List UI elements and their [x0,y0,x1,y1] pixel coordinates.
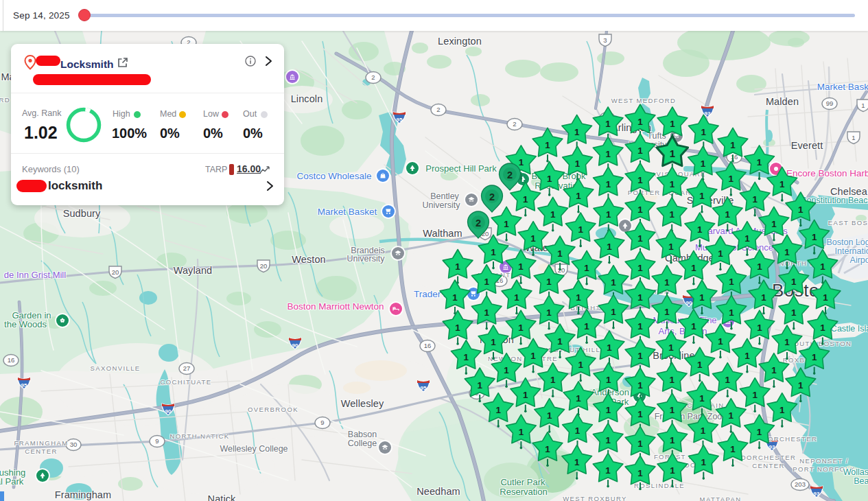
svg-text:1: 1 [820,261,825,272]
svg-text:1: 1 [514,292,519,303]
svg-text:1: 1 [637,175,643,185]
svg-text:1: 1 [664,277,670,288]
svg-text:1: 1 [725,209,731,220]
svg-text:1: 1 [701,127,707,137]
svg-text:1: 1 [606,405,611,415]
svg-text:1: 1 [576,393,581,404]
svg-text:1: 1 [670,148,675,159]
svg-text:1: 1 [744,233,750,244]
svg-text:1: 1 [576,191,581,201]
svg-text:1: 1 [729,277,734,287]
svg-text:1: 1 [670,465,675,476]
svg-text:1: 1 [557,336,563,347]
svg-text:1: 1 [691,263,696,273]
svg-text:1: 1 [484,277,489,287]
svg-text:1: 1 [637,409,643,419]
svg-text:1: 1 [725,375,731,385]
svg-text:1: 1 [584,263,589,273]
svg-text:1: 1 [691,321,696,331]
svg-text:2: 2 [507,170,513,180]
svg-text:1: 1 [798,205,804,215]
svg-text:1: 1 [605,465,611,476]
svg-text:1: 1 [701,426,706,436]
svg-text:1: 1 [504,365,509,375]
svg-text:1: 1 [761,292,766,303]
svg-text:1: 1 [670,405,675,415]
svg-text:1: 1 [637,439,643,449]
svg-text:1: 1 [455,261,460,272]
svg-text:1: 1 [637,263,643,273]
svg-text:1: 1 [779,179,785,189]
svg-text:1: 1 [791,307,797,318]
svg-text:1: 1 [771,365,777,375]
svg-text:1: 1 [730,140,736,150]
svg-text:2: 2 [489,191,495,202]
svg-text:1: 1 [545,444,550,454]
svg-text:1: 1 [523,194,528,205]
svg-text:1: 1 [637,117,643,127]
svg-text:1: 1 [575,159,580,169]
svg-text:1: 1 [729,174,734,184]
svg-text:1: 1 [670,435,675,445]
svg-text:1: 1 [606,209,611,220]
svg-text:1: 1 [484,307,489,318]
svg-text:1: 1 [491,247,496,257]
svg-text:1: 1 [574,457,580,467]
svg-text:1: 1 [519,157,524,167]
svg-text:1: 1 [464,352,469,362]
svg-text:1: 1 [664,307,670,317]
svg-text:1: 1 [752,194,758,205]
svg-text:1: 1 [557,248,563,259]
svg-text:1: 1 [550,375,556,385]
svg-text:1: 1 [699,191,705,201]
svg-text:1: 1 [668,342,674,353]
svg-text:1: 1 [637,205,643,215]
svg-text:1: 1 [791,277,797,287]
svg-text:1: 1 [718,336,723,347]
svg-text:1: 1 [784,337,790,347]
svg-text:1: 1 [771,219,777,229]
svg-text:1: 1 [697,224,703,235]
svg-text:1: 1 [637,145,643,156]
svg-text:1: 1 [752,390,758,400]
svg-text:1: 1 [744,351,750,361]
svg-text:1: 1 [757,261,762,272]
svg-text:1: 1 [798,380,804,391]
svg-text:1: 1 [550,209,556,220]
svg-text:1: 1 [637,380,643,391]
svg-text:1: 1 [779,405,785,415]
svg-text:1: 1 [452,292,458,303]
svg-text:1: 1 [699,393,705,404]
svg-text:1: 1 [729,307,734,318]
svg-text:1: 1 [519,427,524,437]
svg-text:1: 1 [504,219,509,229]
svg-text:1: 1 [477,380,482,391]
svg-text:1: 1 [607,342,612,353]
svg-text:1: 1 [637,321,643,331]
svg-text:1: 1 [611,307,616,317]
svg-text:1: 1 [757,323,762,333]
svg-text:1: 1 [611,277,616,288]
svg-text:2: 2 [476,218,481,229]
svg-text:1: 1 [697,360,703,370]
svg-text:1: 1 [718,248,723,259]
svg-text:1: 1 [495,405,501,415]
svg-text:1: 1 [530,233,536,244]
svg-text:1: 1 [812,232,817,242]
svg-text:1: 1 [812,352,817,362]
svg-text:1: 1 [575,426,580,436]
svg-text:1: 1 [574,127,580,137]
svg-text:1: 1 [606,179,611,189]
svg-text:1: 1 [699,292,705,303]
svg-text:1: 1 [578,224,583,235]
svg-text:1: 1 [605,149,611,159]
svg-text:1: 1 [701,457,707,467]
svg-text:1: 1 [784,247,790,257]
svg-text:1: 1 [605,119,611,129]
svg-text:1: 1 [729,410,734,421]
svg-text:1: 1 [637,233,643,244]
svg-text:1: 1 [606,375,611,385]
svg-text:1: 1 [605,435,611,445]
svg-text:1: 1 [546,307,552,318]
svg-text:1: 1 [545,140,550,150]
